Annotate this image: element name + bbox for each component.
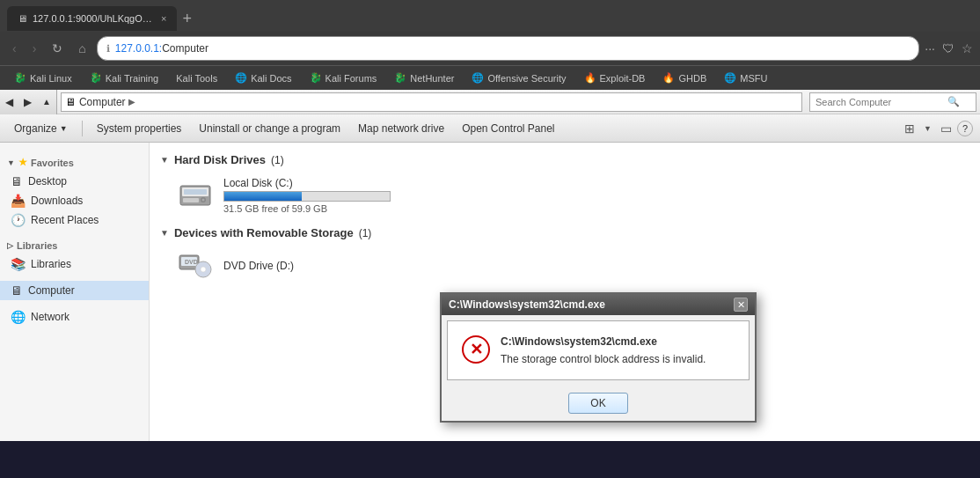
- computer-icon: 🖥: [65, 96, 76, 108]
- tab-bar: 🖥 127.0.0.1:9000/UhLKqgOuM × +: [0, 0, 980, 32]
- more-options-icon[interactable]: ···: [925, 41, 935, 55]
- address-host: 127.0.0.1:: [115, 42, 162, 55]
- home-button[interactable]: ⌂: [73, 40, 91, 57]
- tab-favicon: 🖥: [18, 13, 27, 24]
- main-content: ▼ Hard Disk Drives (1) Local Dis: [150, 143, 980, 441]
- dialog-content-row: ✕ C:\Windows\system32\cmd.exe The storag…: [462, 335, 735, 365]
- libraries-section: ▷ Libraries 📚 Libraries: [0, 233, 149, 277]
- back-button[interactable]: ‹: [7, 40, 22, 57]
- favorites-header[interactable]: ▼ ★ Favorites: [0, 153, 149, 172]
- search-icon[interactable]: 🔍: [947, 96, 960, 107]
- dialog-message: The storage control block address is inv…: [501, 353, 706, 365]
- network-label: Network: [31, 311, 69, 323]
- system-properties-label: System properties: [97, 122, 182, 135]
- error-icon: ✕: [462, 335, 490, 364]
- dialog-close-button[interactable]: ✕: [734, 298, 748, 312]
- tab-title: 127.0.0.1:9000/UhLKqgOuM: [33, 13, 156, 24]
- forward-button[interactable]: ›: [27, 40, 42, 57]
- sidebar-item-downloads[interactable]: 📥 Downloads: [0, 191, 149, 210]
- explorer-back-button[interactable]: ◀: [0, 90, 18, 114]
- bookmark-kali-training-label: Kali Training: [106, 73, 159, 84]
- offensive-security-icon: 🌐: [472, 72, 484, 84]
- libraries-item-label: Libraries: [31, 258, 71, 270]
- computer-sidebar-icon: 🖥: [11, 283, 23, 298]
- bookmark-ghdb[interactable]: 🔥 GHDB: [655, 70, 713, 85]
- favorites-triangle: ▼: [7, 158, 15, 167]
- map-network-label: Map network drive: [358, 122, 444, 135]
- browser-chrome: 🖥 127.0.0.1:9000/UhLKqgOuM × + ‹ › ↻ ⌂ ℹ…: [0, 0, 980, 90]
- dialog-body: ✕ C:\Windows\system32\cmd.exe The storag…: [447, 320, 750, 380]
- computer-label: Computer: [28, 284, 75, 297]
- downloads-icon: 📥: [11, 194, 26, 208]
- sidebar-item-libraries[interactable]: 📚 Libraries: [0, 254, 149, 274]
- refresh-button[interactable]: ↻: [47, 40, 68, 57]
- dialog-overlay: C:\Windows\system32\cmd.exe ✕ ✕ C:\Windo…: [150, 143, 980, 441]
- explorer-body: ▼ ★ Favorites 🖥 Desktop 📥 Downloads 🕐 Re…: [0, 143, 980, 441]
- favorites-section: ▼ ★ Favorites 🖥 Desktop 📥 Downloads 🕐 Re…: [0, 150, 149, 233]
- kali-training-icon: 🐉: [90, 72, 102, 84]
- ghdb-icon: 🔥: [662, 72, 675, 84]
- address-bar[interactable]: ℹ 127.0.0.1:Computer: [97, 36, 920, 61]
- bookmark-kali-docs[interactable]: 🌐 Kali Docs: [228, 70, 298, 85]
- computer-section: 🖥 Computer: [0, 277, 149, 304]
- bookmark-nethunter[interactable]: 🐉 NetHunter: [387, 70, 461, 85]
- network-section: 🌐 Network: [0, 304, 149, 330]
- search-input[interactable]: [815, 97, 947, 107]
- explorer-up-button[interactable]: ▲: [37, 90, 56, 114]
- network-icon: 🌐: [11, 310, 26, 324]
- bookmark-kali-linux[interactable]: 🐉 Kali Linux: [7, 70, 79, 85]
- explorer-window: ◀ ▶ ▲ 🖥 Computer ▶ 🔍 Organize ▼ System p…: [0, 90, 980, 441]
- address-text: 127.0.0.1:Computer: [115, 42, 911, 55]
- bookmark-kali-training[interactable]: 🐉 Kali Training: [83, 70, 166, 85]
- open-control-panel-button[interactable]: Open Control Panel: [455, 119, 561, 138]
- bookmark-kali-tools-label: Kali Tools: [176, 73, 217, 84]
- kali-forums-icon: 🐉: [310, 72, 322, 84]
- shield-icon[interactable]: 🛡: [942, 41, 954, 55]
- bookmark-kali-tools[interactable]: Kali Tools: [169, 71, 224, 85]
- breadcrumb-separator: ▶: [128, 97, 135, 107]
- bookmark-kali-forums-label: Kali Forums: [325, 73, 377, 84]
- bookmark-ghdb-label: GHDB: [678, 73, 706, 84]
- sidebar: ▼ ★ Favorites 🖥 Desktop 📥 Downloads 🕐 Re…: [0, 143, 150, 441]
- sidebar-item-network[interactable]: 🌐 Network: [0, 307, 149, 327]
- dialog-ok-button[interactable]: OK: [568, 393, 627, 414]
- explorer-forward-button[interactable]: ▶: [18, 90, 37, 114]
- kali-docs-icon: 🌐: [235, 72, 247, 84]
- organize-label: Organize: [14, 122, 57, 135]
- lock-icon: ℹ: [106, 43, 110, 55]
- active-tab[interactable]: 🖥 127.0.0.1:9000/UhLKqgOuM ×: [7, 6, 177, 31]
- msfu-icon: 🌐: [724, 72, 736, 84]
- view-icons: ⊞ ▼ ▭ ?: [901, 120, 973, 137]
- sidebar-item-computer[interactable]: 🖥 Computer: [0, 281, 149, 300]
- search-box[interactable]: 🔍: [809, 92, 976, 112]
- bookmark-icon[interactable]: ☆: [962, 41, 973, 55]
- map-network-button[interactable]: Map network drive: [351, 119, 451, 138]
- open-control-panel-label: Open Control Panel: [462, 122, 554, 135]
- organize-button[interactable]: Organize ▼: [7, 119, 75, 138]
- dialog-titlebar: C:\Windows\system32\cmd.exe ✕: [442, 294, 755, 315]
- recent-places-icon: 🕐: [11, 213, 26, 227]
- breadcrumb[interactable]: 🖥 Computer ▶: [61, 92, 802, 112]
- sidebar-item-recent-places[interactable]: 🕐 Recent Places: [0, 210, 149, 230]
- nav-bar: ‹ › ↻ ⌂ ℹ 127.0.0.1:Computer ··· 🛡 ☆: [0, 32, 980, 65]
- tab-close-button[interactable]: ×: [161, 13, 166, 24]
- view-toggle-button[interactable]: ⊞: [901, 120, 918, 137]
- bookmark-exploit-db[interactable]: 🔥 Exploit-DB: [577, 70, 653, 85]
- view-dropdown-button[interactable]: ▼: [920, 122, 935, 135]
- bookmark-msfu[interactable]: 🌐 MSFU: [717, 70, 774, 85]
- sidebar-item-desktop[interactable]: 🖥 Desktop: [0, 172, 149, 191]
- error-x-icon: ✕: [470, 340, 483, 359]
- libraries-icon: 📚: [11, 257, 26, 271]
- help-button[interactable]: ?: [957, 121, 973, 136]
- favorites-star-icon: ★: [18, 157, 27, 168]
- uninstall-button[interactable]: Uninstall or change a program: [192, 119, 347, 138]
- address-path: Computer: [162, 42, 208, 55]
- libraries-header[interactable]: ▷ Libraries: [0, 237, 149, 254]
- new-tab-button[interactable]: +: [182, 11, 192, 26]
- exploit-db-icon: 🔥: [584, 72, 596, 84]
- bookmark-offensive-security[interactable]: 🌐 Offensive Security: [464, 70, 573, 85]
- preview-pane-button[interactable]: ▭: [937, 120, 955, 137]
- system-properties-button[interactable]: System properties: [90, 119, 189, 138]
- bookmark-kali-forums[interactable]: 🐉 Kali Forums: [303, 70, 384, 85]
- uninstall-label: Uninstall or change a program: [199, 122, 340, 135]
